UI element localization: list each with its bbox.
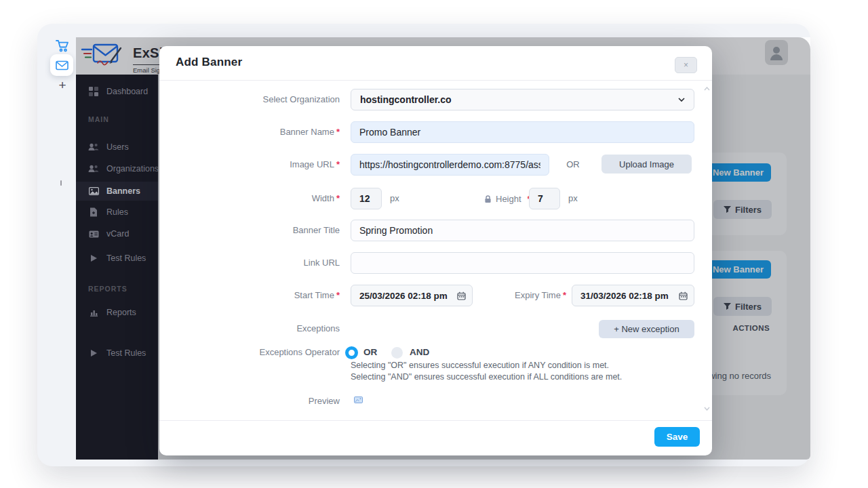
banner-name-input[interactable] xyxy=(351,121,694,143)
width-unit: px xyxy=(390,188,399,209)
close-icon: × xyxy=(684,60,688,70)
image-url-input[interactable] xyxy=(351,154,549,176)
broken-image-icon xyxy=(354,396,363,403)
expiry-time-label: Expiry Time* xyxy=(417,285,566,306)
banner-name-label: Banner Name* xyxy=(173,121,340,143)
lock-icon xyxy=(484,195,492,203)
scroll-down-icon[interactable] xyxy=(704,407,710,411)
chevron-down-icon xyxy=(678,98,685,102)
or-radio[interactable] xyxy=(345,346,358,359)
operator-help-and: Selecting "AND" ensures successful execu… xyxy=(351,372,622,382)
operator-help-or: Selecting "OR" ensures successful execut… xyxy=(351,361,609,370)
modal-body: Select Organization hostingcontroller.co… xyxy=(159,80,712,420)
height-input[interactable] xyxy=(529,188,560,209)
close-button[interactable]: × xyxy=(675,57,697,73)
scroll-up-icon[interactable] xyxy=(704,87,710,91)
width-input[interactable] xyxy=(351,188,382,209)
and-radio[interactable] xyxy=(391,347,403,359)
image-url-label: Image URL* xyxy=(173,154,340,176)
mail-icon[interactable] xyxy=(50,54,73,76)
modal-title: Add Banner xyxy=(176,56,242,69)
screen: + ExSign Email Signatures xyxy=(0,0,868,488)
save-button[interactable]: Save xyxy=(654,427,700,447)
banner-title-label: Banner Title xyxy=(173,220,340,241)
start-time-label: Start Time* xyxy=(173,285,340,306)
height-label: Height* xyxy=(484,188,531,209)
organization-select[interactable]: hostingcontroller.co xyxy=(351,89,694,110)
link-url-label: Link URL xyxy=(173,252,340,274)
link-url-input[interactable] xyxy=(351,252,694,274)
width-label: Width* xyxy=(173,188,340,209)
add-icon[interactable]: + xyxy=(56,79,69,92)
preview-label: Preview xyxy=(173,390,340,412)
exceptions-operator-label: Exceptions Operator xyxy=(173,342,340,363)
banner-title-input[interactable] xyxy=(351,220,694,241)
upload-image-button[interactable]: Upload Image xyxy=(601,155,692,174)
new-exception-button[interactable]: + New exception xyxy=(599,320,694,338)
modal-header: Add Banner × xyxy=(159,46,712,81)
modal-footer: Save xyxy=(159,420,712,455)
cart-icon[interactable] xyxy=(54,37,71,54)
exceptions-label: Exceptions xyxy=(173,318,340,340)
add-banner-modal: Add Banner × Select Organization hosting… xyxy=(159,46,712,455)
height-unit: px xyxy=(568,188,578,209)
or-separator: OR xyxy=(559,154,587,176)
expiry-time-input[interactable]: 31/03/2026 02:18 pm xyxy=(572,285,694,306)
rail-tick-mark xyxy=(60,180,62,186)
organization-label: Select Organization xyxy=(173,89,340,110)
calendar-icon xyxy=(679,291,688,300)
organization-select-value: hostingcontroller.co xyxy=(360,94,678,105)
